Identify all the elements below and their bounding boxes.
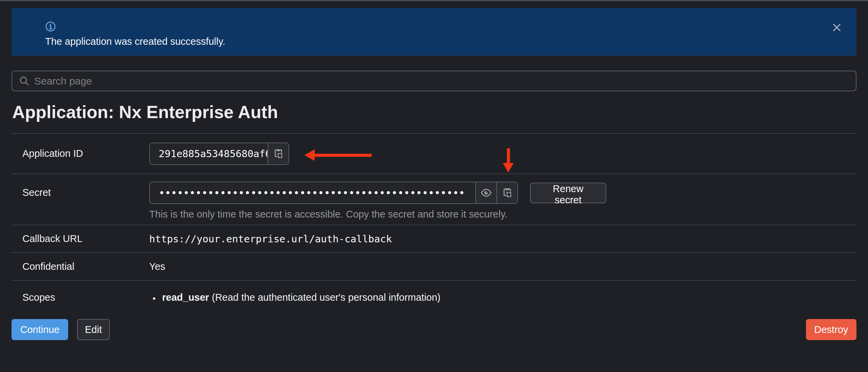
page-search-box [12,71,856,91]
edit-button[interactable]: Edit [77,319,110,340]
secret-label: Secret [12,174,149,198]
confidential-value: Yes [149,261,856,272]
annotation-arrow-left-head [304,149,315,161]
banner-message: The application was created successfully… [45,36,844,47]
banner-close-button[interactable] [829,20,844,35]
action-bar: Continue Edit Destroy [12,319,856,340]
copy-to-clipboard-icon [273,148,284,160]
application-details-table: Application ID Secret [12,133,856,314]
application-id-value[interactable] [150,143,268,164]
renew-secret-button[interactable]: Renew secret [530,183,606,203]
reveal-secret-button[interactable] [475,182,496,203]
confidential-label: Confidential [12,261,149,272]
annotation-arrow-left [313,154,372,157]
info-circle-icon [45,21,56,32]
application-id-label: Application ID [12,148,149,159]
row-secret: Secret [12,173,856,225]
copy-application-id-button[interactable] [268,143,289,164]
callback-url-label: Callback URL [12,233,149,244]
application-id-group [149,143,289,165]
row-confidential: Confidential Yes [12,252,856,280]
destroy-button[interactable]: Destroy [806,319,856,340]
annotation-arrow-down-head [503,163,514,172]
scope-item: read_user (Read the authenticated user's… [160,292,856,303]
scopes-list: read_user (Read the authenticated user's… [154,292,856,303]
scope-name: read_user [162,292,209,303]
annotation-arrow-down [507,148,510,164]
search-icon [19,76,29,86]
success-banner: The application was created successfully… [12,8,856,56]
scopes-label: Scopes [12,292,149,303]
window-top-edge [0,0,868,1]
secret-helper-text: This is the only time the secret is acce… [149,209,856,220]
copy-to-clipboard-icon [501,187,513,199]
scope-description: (Read the authenticated user's personal … [212,292,441,303]
page-title: Application: Nx Enterprise Auth [12,102,278,122]
continue-button[interactable]: Continue [12,319,68,340]
row-callback-url: Callback URL https://your.enterprise.url… [12,225,856,252]
secret-masked-value[interactable] [150,182,475,203]
row-application-id: Application ID [12,133,856,173]
eye-icon [480,187,492,199]
row-scopes: Scopes read_user (Read the authenticated… [12,280,856,314]
secret-group [149,182,518,204]
copy-secret-button[interactable] [496,182,517,203]
search-input[interactable] [34,75,850,87]
callback-url-value: https://your.enterprise.url/auth-callbac… [149,233,856,245]
close-icon [832,22,842,33]
